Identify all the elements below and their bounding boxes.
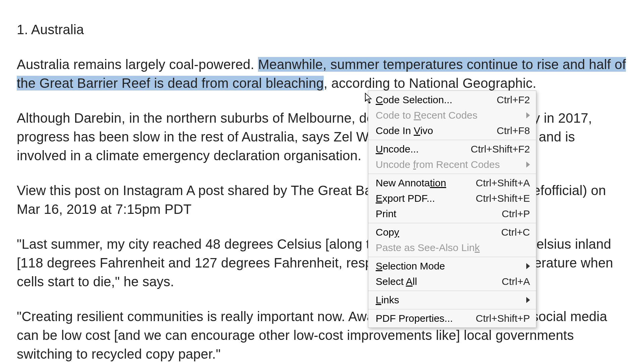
menu-print[interactable]: Print Ctrl+P [368,206,536,222]
menu-paste-see-also-link: Paste as See-Also Link [368,240,536,255]
menu-separator [368,257,536,257]
shortcut: Ctrl+C [501,227,530,238]
shortcut: Ctrl+F2 [497,94,530,106]
menu-select-all[interactable]: Select All Ctrl+A [368,274,536,289]
shortcut: Ctrl+F8 [497,125,530,136]
menu-separator [368,140,536,140]
shortcut: Ctrl+Shift+P [476,313,530,324]
context-menu: Code Selection... Ctrl+F2 Code to Recent… [368,90,536,328]
menu-pdf-properties[interactable]: PDF Properties... Ctrl+Shift+P [368,311,536,326]
menu-selection-mode[interactable]: Selection Mode [368,258,536,274]
shortcut: Ctrl+A [502,276,530,287]
menu-uncode-from-recent-codes: Uncode from Recent Codes [368,157,536,172]
shortcut: Ctrl+Shift+A [476,177,530,189]
menu-separator [368,223,536,223]
submenu-arrow-icon [526,162,530,168]
menu-separator [368,174,536,174]
shortcut: Ctrl+Shift+E [476,193,530,204]
submenu-arrow-icon [526,297,530,303]
menu-uncode[interactable]: Uncode... Ctrl+Shift+F2 [368,141,536,157]
para1-post: , according to National Geographic. [324,76,536,90]
heading: 1. Australia [17,20,627,39]
paragraph-1: Australia remains largely coal-powered. … [17,55,627,93]
menu-new-annotation[interactable]: New Annotation Ctrl+Shift+A [368,175,536,191]
submenu-arrow-icon [526,112,530,118]
menu-separator [368,309,536,309]
menu-links[interactable]: Links [368,292,536,308]
menu-code-to-recent-codes: Code to Recent Codes [368,108,536,123]
menu-code-selection[interactable]: Code Selection... Ctrl+F2 [368,92,536,108]
submenu-arrow-icon [526,263,530,269]
menu-copy[interactable]: Copy Ctrl+C [368,225,536,240]
menu-export-pdf[interactable]: Export PDF... Ctrl+Shift+E [368,191,536,206]
para1-pre: Australia remains largely coal-powered. [17,57,258,72]
menu-separator [368,291,536,291]
shortcut: Ctrl+P [502,208,530,220]
menu-code-in-vivo[interactable]: Code In Vivo Ctrl+F8 [368,123,536,138]
shortcut: Ctrl+Shift+F2 [471,143,530,155]
